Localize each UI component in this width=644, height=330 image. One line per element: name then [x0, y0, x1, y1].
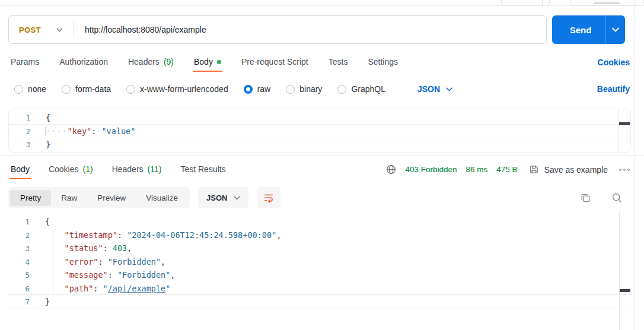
- code-token: :: [103, 243, 113, 253]
- mode-label: binary: [299, 84, 322, 94]
- mode-label: raw: [257, 84, 271, 94]
- response-toolbar: Pretty Raw Preview Visualize JSON: [8, 187, 630, 208]
- tab-count: (11): [148, 164, 162, 174]
- response-tab-test-results[interactable]: Test Results: [179, 160, 227, 179]
- globe-icon[interactable]: [386, 164, 396, 174]
- radio-icon: [14, 85, 23, 94]
- line-number: 4: [8, 256, 30, 269]
- code-text: "error": "Forbidden",: [45, 255, 165, 269]
- response-body-editor[interactable]: 1{2 "timestamp": "2024-04-06T12:45:24.59…: [8, 212, 631, 330]
- request-editor-scrollbar-thumb[interactable]: [619, 122, 630, 125]
- body-mode-none[interactable]: none: [14, 84, 46, 94]
- code-token: }: [45, 297, 50, 306]
- tab-params[interactable]: Params: [9, 53, 40, 72]
- code-line: 4 "error": "Forbidden",: [8, 255, 631, 269]
- tab-label: Pre-request Script: [241, 57, 308, 66]
- beautify-link[interactable]: Beautify: [597, 84, 630, 94]
- code-line: 6 "path": "/api/example": [8, 282, 631, 296]
- request-language-dropdown[interactable]: JSON: [417, 84, 452, 94]
- code-token: "error": [65, 257, 98, 266]
- right-panel-divider: [634, 0, 635, 330]
- response-size[interactable]: 475 B: [496, 165, 517, 174]
- body-mode-binary[interactable]: binary: [286, 84, 322, 94]
- response-tab-body[interactable]: Body: [9, 160, 31, 179]
- line-number: 3: [8, 242, 30, 256]
- body-mode-form-data[interactable]: form-data: [62, 84, 111, 94]
- send-options-chevron-icon[interactable]: [606, 27, 625, 32]
- code-token: [45, 270, 65, 280]
- code-token: [45, 284, 65, 293]
- tab-label: Params: [11, 57, 39, 66]
- code-text: {: [46, 111, 50, 125]
- code-token: ····: [46, 126, 68, 136]
- send-button[interactable]: Send: [552, 15, 625, 44]
- cookies-link[interactable]: Cookies: [598, 53, 630, 72]
- body-mode-x-www-form-urlencoded[interactable]: x-www-form-urlencoded: [126, 84, 228, 94]
- tab-tests[interactable]: Tests: [327, 53, 349, 72]
- url-row: POST http://localhost:8080/api/example S…: [8, 15, 636, 44]
- search-icon[interactable]: [611, 192, 623, 204]
- tab-settings[interactable]: Settings: [366, 53, 399, 72]
- line-number: 1: [8, 215, 30, 229]
- copy-icon[interactable]: [580, 192, 591, 204]
- code-token: [45, 243, 65, 253]
- code-token: 403: [113, 243, 127, 253]
- code-link[interactable]: /api/example: [108, 284, 166, 293]
- view-visualize[interactable]: Visualize: [136, 190, 188, 206]
- tab-label: Headers: [112, 164, 144, 174]
- code-token: :: [98, 257, 107, 266]
- mode-label: form-data: [75, 84, 111, 94]
- body-mode-row: none form-data x-www-form-urlencoded raw…: [14, 81, 630, 97]
- code-line: 3 "status": 403,: [8, 242, 631, 255]
- line-number: 2: [8, 229, 30, 243]
- view-raw[interactable]: Raw: [51, 190, 87, 206]
- chevron-down-icon: [56, 28, 63, 32]
- tab-pre-request-script[interactable]: Pre-request Script: [240, 53, 310, 72]
- radio-icon: [62, 85, 71, 94]
- line-number: 2: [9, 125, 30, 139]
- top-toolbar-partial: [0, 0, 644, 6]
- response-tab-cookies[interactable]: Cookies(1): [47, 160, 94, 179]
- code-token: "value": [101, 126, 135, 136]
- code-token: "Forbidden": [117, 270, 170, 280]
- response-editor-scrollbar-thumb[interactable]: [620, 289, 630, 292]
- tab-label: Body: [11, 164, 30, 174]
- tab-label: Test Results: [180, 164, 225, 174]
- code-token: "key": [68, 126, 92, 136]
- more-options-icon[interactable]: [619, 166, 630, 173]
- method-selector[interactable]: POST: [9, 16, 74, 43]
- save-as-example-button[interactable]: Save as example: [529, 164, 608, 174]
- response-editor-scrollbar-track: [619, 212, 620, 330]
- tab-body[interactable]: Body: [193, 53, 222, 72]
- request-body-editor[interactable]: 1{2····"key":·"value"3}: [8, 109, 631, 153]
- status-badge[interactable]: 403 Forbidden: [405, 165, 457, 174]
- code-text: "message": "Forbidden",: [45, 268, 175, 282]
- code-text: "timestamp": "2024-04-06T12:45:24.598+00…: [45, 229, 281, 242]
- radio-icon: [337, 85, 346, 94]
- code-token: "path": [65, 284, 94, 293]
- method-label: POST: [19, 26, 41, 34]
- body-modified-dot-icon: [217, 60, 221, 64]
- view-pretty[interactable]: Pretty: [10, 190, 51, 206]
- save-icon: [529, 164, 539, 174]
- code-text: {: [45, 215, 50, 229]
- wrap-lines-button[interactable]: [257, 187, 280, 208]
- body-mode-graphql[interactable]: GraphQL: [337, 84, 385, 94]
- code-token: "Forbidden": [108, 257, 161, 266]
- radio-icon: [126, 85, 135, 94]
- tab-headers[interactable]: Headers(9): [127, 53, 175, 72]
- response-language-dropdown[interactable]: JSON: [198, 187, 248, 208]
- url-input[interactable]: http://localhost:8080/api/example: [74, 25, 206, 34]
- response-time[interactable]: 86 ms: [466, 165, 488, 174]
- tab-authorization[interactable]: Authorization: [58, 53, 109, 72]
- body-mode-raw[interactable]: raw: [244, 84, 271, 94]
- language-label: JSON: [206, 193, 227, 202]
- radio-icon: [286, 85, 295, 94]
- tab-count: (1): [83, 164, 93, 174]
- chevron-down-icon: [446, 87, 452, 91]
- tab-label: Cookies: [49, 164, 79, 174]
- response-tab-headers[interactable]: Headers(11): [111, 160, 163, 179]
- code-token: ": [103, 284, 108, 293]
- view-preview[interactable]: Preview: [87, 190, 136, 206]
- request-builder-window: POST http://localhost:8080/api/example S…: [0, 0, 644, 330]
